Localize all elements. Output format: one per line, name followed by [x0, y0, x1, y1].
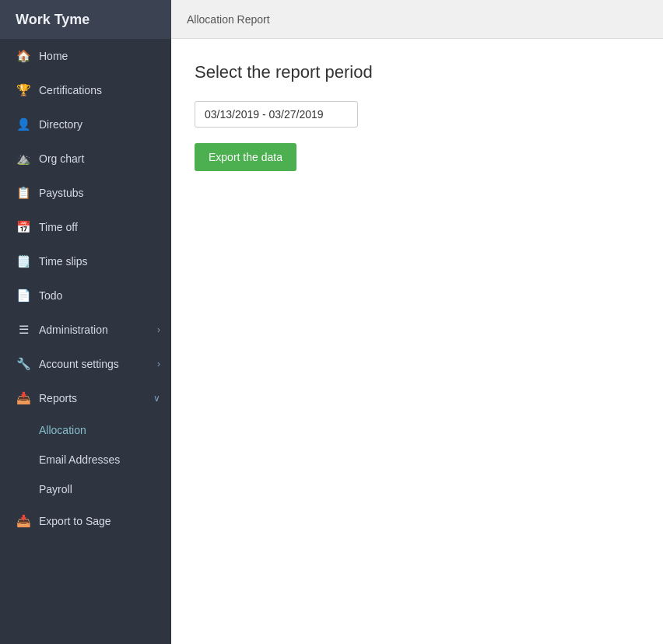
breadcrumb: Allocation Report	[171, 0, 663, 39]
sidebar-item-paystubs[interactable]: 📋 Paystubs	[0, 176, 171, 210]
sidebar-item-certifications[interactable]: 🏆 Certifications	[0, 73, 171, 107]
directory-icon: 👤	[16, 117, 31, 131]
sidebar-sub-item-email-addresses[interactable]: Email Addresses	[0, 445, 171, 474]
sidebar-label-org-chart: Org chart	[39, 152, 84, 165]
sidebar-label-administration: Administration	[39, 324, 108, 336]
administration-icon: ☰	[16, 323, 31, 337]
sidebar-item-account-settings[interactable]: 🔧 Account settings ›	[0, 347, 171, 381]
sidebar-label-time-slips: Time slips	[39, 255, 88, 268]
date-range-input[interactable]	[195, 101, 358, 128]
sidebar-sub-item-allocation[interactable]: Allocation	[0, 415, 171, 445]
sidebar-item-time-off[interactable]: 📅 Time off	[0, 210, 171, 244]
page-title: Select the report period	[195, 62, 640, 82]
sidebar-label-account-settings: Account settings	[39, 358, 119, 370]
sidebar-sub-label-payroll: Payroll	[39, 483, 72, 495]
export-data-button[interactable]: Export the data	[195, 143, 296, 171]
chevron-right-icon-2: ›	[157, 359, 160, 369]
certifications-icon: 🏆	[16, 83, 31, 97]
sidebar-label-directory: Directory	[39, 118, 82, 131]
sidebar-item-org-chart[interactable]: ⛰️ Org chart	[0, 142, 171, 176]
time-slips-icon: 🗒️	[16, 254, 31, 268]
sidebar-item-export-to-sage[interactable]: 📥 Export to Sage	[0, 504, 171, 538]
chevron-down-icon: ∨	[153, 393, 160, 404]
sidebar-label-todo: Todo	[39, 289, 62, 302]
export-sage-icon: 📥	[16, 514, 31, 528]
reports-icon: 📥	[16, 391, 31, 405]
breadcrumb-text: Allocation Report	[187, 13, 270, 26]
sidebar-item-todo[interactable]: 📄 Todo	[0, 278, 171, 313]
sidebar-item-home[interactable]: 🏠 Home	[0, 39, 171, 73]
chevron-right-icon: ›	[157, 324, 160, 335]
sidebar-item-time-slips[interactable]: 🗒️ Time slips	[0, 244, 171, 278]
sidebar-label-paystubs: Paystubs	[39, 187, 84, 199]
sidebar-sub-item-payroll[interactable]: Payroll	[0, 474, 171, 504]
app-title: Work Tyme	[0, 0, 171, 39]
sidebar-label-certifications: Certifications	[39, 84, 102, 96]
sidebar-label-home: Home	[39, 50, 68, 62]
sidebar-sub-label-email-addresses: Email Addresses	[39, 453, 120, 466]
sidebar-item-directory[interactable]: 👤 Directory	[0, 107, 171, 142]
sidebar-label-reports: Reports	[39, 392, 77, 404]
org-chart-icon: ⛰️	[16, 152, 31, 166]
todo-icon: 📄	[16, 289, 31, 303]
content-area: Select the report period Export the data	[171, 39, 663, 194]
time-off-icon: 📅	[16, 220, 31, 234]
paystubs-icon: 📋	[16, 186, 31, 200]
sidebar-item-reports[interactable]: 📥 Reports ∨	[0, 381, 171, 415]
sidebar-label-export-to-sage: Export to Sage	[39, 515, 111, 527]
sidebar-sub-label-allocation: Allocation	[39, 424, 86, 436]
main-content: Allocation Report Select the report peri…	[171, 0, 663, 644]
sidebar-label-time-off: Time off	[39, 221, 78, 233]
sidebar: Work Tyme 🏠 Home 🏆 Certifications 👤 Dire…	[0, 0, 171, 644]
home-icon: 🏠	[16, 49, 31, 63]
account-settings-icon: 🔧	[16, 357, 31, 371]
sidebar-item-administration[interactable]: ☰ Administration ›	[0, 313, 171, 347]
